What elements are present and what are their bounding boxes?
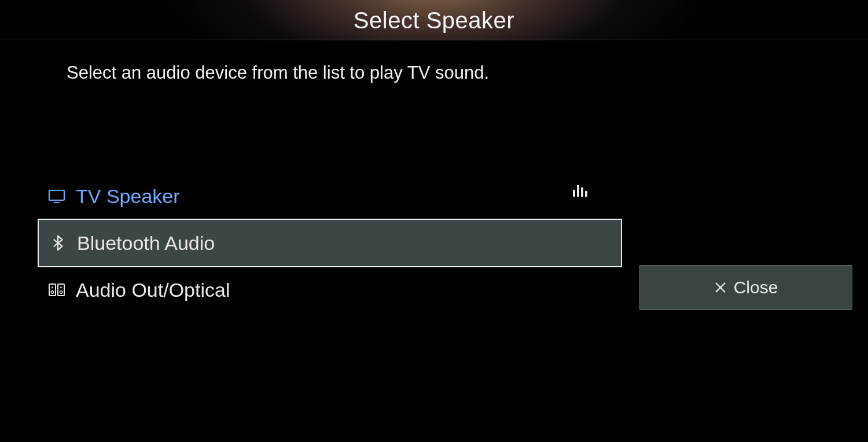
close-icon xyxy=(714,281,727,294)
speaker-list: TV Speaker Bluetooth Audio Audio Out/Opt… xyxy=(38,174,622,312)
page-title: Select Speaker xyxy=(354,8,514,34)
svg-rect-0 xyxy=(49,190,64,200)
speaker-item-label: Bluetooth Audio xyxy=(77,232,215,255)
speaker-item-label: TV Speaker xyxy=(76,185,180,208)
close-button-label: Close xyxy=(734,278,778,297)
svg-point-3 xyxy=(52,287,53,289)
subtitle-text: Select an audio device from the list to … xyxy=(67,62,489,83)
close-button[interactable]: Close xyxy=(639,265,852,310)
bluetooth-icon xyxy=(47,232,69,254)
tv-icon xyxy=(46,185,68,207)
header: Select Speaker xyxy=(0,0,868,40)
speaker-item-optical[interactable]: Audio Out/Optical xyxy=(38,267,622,312)
speaker-item-bluetooth[interactable]: Bluetooth Audio xyxy=(38,219,622,267)
speaker-item-tv[interactable]: TV Speaker xyxy=(38,174,622,219)
svg-point-4 xyxy=(51,291,53,293)
svg-point-7 xyxy=(60,291,62,293)
header-divider xyxy=(0,39,868,39)
speaker-item-label: Audio Out/Optical xyxy=(76,279,230,301)
audio-output-icon xyxy=(46,279,68,301)
svg-point-6 xyxy=(60,287,62,289)
